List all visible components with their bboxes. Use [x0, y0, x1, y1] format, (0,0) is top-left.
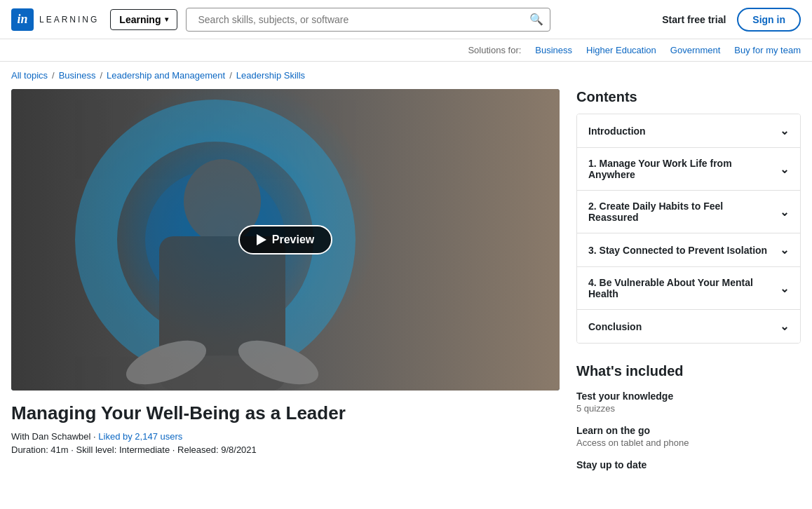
- course-liked: Liked by 2,147 users: [98, 431, 182, 442]
- solutions-bar: Solutions for: Business Higher Education…: [0, 39, 812, 62]
- chevron-2-icon: ⌄: [780, 205, 789, 219]
- chevron-1-icon: ⌄: [780, 163, 789, 176]
- logo[interactable]: in LEARNING: [11, 8, 99, 31]
- included-learn-go-title: Learn on the go: [576, 425, 801, 436]
- course-author-meta: With Dan Schawbel · Liked by 2,147 users: [11, 431, 560, 442]
- linkedin-icon: in: [11, 8, 34, 31]
- chevron-3-icon: ⌄: [780, 243, 789, 257]
- dot-sep-3: ·: [172, 444, 177, 455]
- search-container: 🔍: [186, 8, 550, 32]
- breadcrumb-leadership-management[interactable]: Leadership and Management: [107, 70, 225, 81]
- course-duration: Duration: 41m: [11, 444, 69, 455]
- chevron-down-icon: ▾: [165, 15, 168, 23]
- search-button[interactable]: 🔍: [522, 8, 550, 32]
- right-panel: Contents Introduction ⌄ 1. Manage Your W…: [576, 89, 801, 482]
- chevron-conclusion-icon: ⌄: [780, 320, 789, 333]
- breadcrumb: All topics / Business / Leadership and M…: [0, 62, 812, 89]
- solutions-government-link[interactable]: Government: [670, 45, 721, 55]
- video-thumbnail[interactable]: Preview: [11, 89, 560, 391]
- breadcrumb-sep-3: /: [229, 70, 232, 81]
- included-stay-updated-title: Stay up to date: [576, 459, 801, 470]
- search-input[interactable]: [186, 8, 550, 32]
- dot-sep-2: ·: [71, 444, 76, 455]
- course-details-meta: Duration: 41m · Skill level: Intermediat…: [11, 444, 560, 455]
- included-quiz-sub: 5 quizzes: [576, 403, 801, 414]
- contents-title: Contents: [576, 89, 801, 105]
- breadcrumb-sep-2: /: [100, 70, 102, 81]
- contents-item-conclusion[interactable]: Conclusion ⌄: [577, 310, 800, 343]
- header: in LEARNING Learning ▾ 🔍 Start free tria…: [0, 0, 812, 39]
- header-actions: Start free trial Sign in: [662, 8, 801, 32]
- course-author: With Dan Schawbel: [11, 431, 90, 442]
- contents-item-1-label: 1. Manage Your Work Life from Anywhere: [588, 158, 774, 180]
- contents-list: Introduction ⌄ 1. Manage Your Work Life …: [576, 114, 801, 344]
- chevron-introduction-icon: ⌄: [780, 124, 789, 137]
- learning-logo-text: LEARNING: [39, 15, 99, 25]
- start-trial-button[interactable]: Start free trial: [662, 14, 726, 25]
- chevron-4-icon: ⌄: [780, 282, 789, 295]
- solutions-label: Solutions for:: [468, 45, 521, 55]
- preview-label: Preview: [272, 233, 314, 246]
- course-released: Released: 9/8/2021: [177, 444, 257, 455]
- sign-in-button[interactable]: Sign in: [737, 8, 801, 32]
- contents-item-introduction-label: Introduction: [588, 125, 646, 137]
- contents-item-1[interactable]: 1. Manage Your Work Life from Anywhere ⌄: [577, 148, 800, 191]
- contents-item-conclusion-label: Conclusion: [588, 321, 642, 332]
- contents-item-2-label: 2. Create Daily Habits to Feel Reassured: [588, 201, 774, 223]
- learning-dropdown-label: Learning: [119, 14, 161, 25]
- breadcrumb-sep-1: /: [52, 70, 55, 81]
- included-quiz-title: Test your knowledge: [576, 391, 801, 402]
- solutions-higher-ed-link[interactable]: Higher Education: [586, 45, 656, 55]
- solutions-business-link[interactable]: Business: [535, 45, 572, 55]
- solutions-buy-team-link[interactable]: Buy for my team: [734, 45, 801, 55]
- breadcrumb-business[interactable]: Business: [59, 70, 96, 81]
- included-item-stay-updated: Stay up to date: [576, 459, 801, 470]
- included-item-learn-go: Learn on the go Access on tablet and pho…: [576, 425, 801, 448]
- included-learn-go-sub: Access on tablet and phone: [576, 437, 801, 448]
- whats-included-title: What's included: [576, 363, 801, 379]
- included-item-quiz: Test your knowledge 5 quizzes: [576, 391, 801, 414]
- breadcrumb-leadership-skills[interactable]: Leadership Skills: [236, 70, 305, 81]
- contents-item-3-label: 3. Stay Connected to Prevent Isolation: [588, 245, 767, 256]
- left-panel: Preview Managing Your Well-Being as a Le…: [11, 89, 560, 482]
- breadcrumb-all-topics[interactable]: All topics: [11, 70, 48, 81]
- contents-item-3[interactable]: 3. Stay Connected to Prevent Isolation ⌄: [577, 233, 800, 267]
- course-skill-level: Skill level: Intermediate: [76, 444, 170, 455]
- preview-button[interactable]: Preview: [238, 225, 332, 254]
- search-icon: 🔍: [529, 13, 543, 26]
- learning-dropdown[interactable]: Learning ▾: [110, 9, 177, 30]
- contents-item-2[interactable]: 2. Create Daily Habits to Feel Reassured…: [577, 191, 800, 233]
- main-content: Preview Managing Your Well-Being as a Le…: [0, 89, 812, 498]
- contents-item-4-label: 4. Be Vulnerable About Your Mental Healt…: [588, 277, 774, 299]
- contents-item-introduction[interactable]: Introduction ⌄: [577, 114, 800, 148]
- course-title: Managing Your Well-Being as a Leader: [11, 402, 560, 426]
- contents-item-4[interactable]: 4. Be Vulnerable About Your Mental Healt…: [577, 267, 800, 310]
- play-icon: [257, 234, 266, 245]
